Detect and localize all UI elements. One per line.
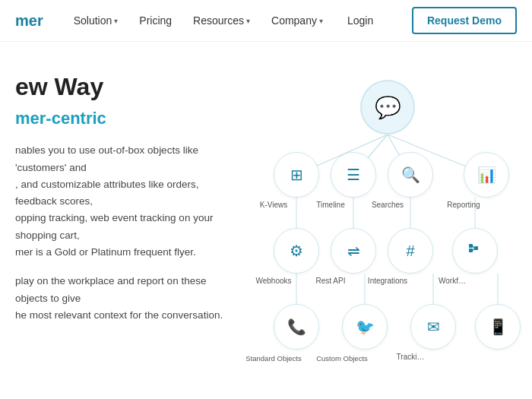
svg-line-16 bbox=[473, 249, 474, 250]
workflow-icon bbox=[467, 242, 483, 260]
integrations-circle: # bbox=[388, 228, 433, 274]
tracking-circle: ✉ bbox=[410, 304, 456, 350]
navbar: mer Solution ▾ Pricing Resources ▾ Compa… bbox=[0, 0, 532, 42]
timeline-label: Timeline bbox=[316, 201, 344, 209]
nav-company[interactable]: Company ▾ bbox=[264, 10, 331, 31]
kviews-label: K-Views bbox=[260, 201, 288, 209]
standard-objects-label: Standard Objects bbox=[245, 354, 301, 363]
standard-objects-circle: 📞 bbox=[274, 304, 319, 350]
nav-items: Solution ▾ Pricing Resources ▾ Company ▾… bbox=[66, 10, 412, 31]
chevron-down-icon: ▾ bbox=[114, 17, 118, 25]
reporting-icon: 📊 bbox=[477, 167, 496, 182]
reporting-label: Reporting bbox=[447, 201, 480, 209]
reporting-circle: 📊 bbox=[464, 152, 509, 198]
svg-rect-12 bbox=[469, 244, 473, 248]
integrations-label: Integrations bbox=[368, 277, 407, 285]
svg-rect-13 bbox=[469, 249, 473, 252]
timeline-circle: ☰ bbox=[331, 152, 376, 198]
request-demo-button[interactable]: Request Demo bbox=[412, 7, 517, 34]
workflow-circle bbox=[452, 228, 498, 274]
hero-title: ew Way bbox=[15, 72, 236, 101]
restapi-label: Rest API bbox=[316, 277, 346, 285]
chevron-down-icon: ▾ bbox=[246, 17, 250, 25]
kviews-circle: ⊞ bbox=[274, 152, 319, 198]
main-content: ew Way mer-centric nables you to use out… bbox=[0, 42, 532, 399]
tracking-icon: ✉ bbox=[427, 319, 440, 334]
tracking-label: Tracki… bbox=[397, 353, 425, 361]
restapi-icon: ⇌ bbox=[347, 243, 360, 258]
nav-pricing[interactable]: Pricing bbox=[131, 10, 179, 31]
chevron-down-icon: ▾ bbox=[319, 17, 323, 25]
svg-rect-14 bbox=[474, 246, 478, 250]
nav-solution[interactable]: Solution ▾ bbox=[66, 10, 126, 31]
webhooks-circle: ⚙ bbox=[274, 228, 319, 274]
timeline-icon: ☰ bbox=[347, 167, 360, 182]
searches-label: Searches bbox=[372, 201, 404, 209]
svg-line-15 bbox=[473, 245, 474, 248]
feature-diagram: 💬 ⊞ K-Views ☰ Timeline 🔍 Searches bbox=[258, 72, 517, 384]
chat-icon: 💬 bbox=[375, 95, 401, 120]
hero-body1: nables you to use out-of-box objects lik… bbox=[15, 142, 236, 261]
searches-icon: 🔍 bbox=[401, 167, 420, 182]
searches-circle: 🔍 bbox=[388, 152, 433, 198]
webhooks-icon: ⚙ bbox=[290, 243, 303, 258]
custom-objects-circle: 🐦 bbox=[342, 304, 388, 350]
hero-subtitle: mer-centric bbox=[15, 109, 236, 128]
hero-left: ew Way mer-centric nables you to use out… bbox=[15, 72, 236, 384]
center-logo-circle: 💬 bbox=[360, 80, 415, 135]
nav-login[interactable]: Login bbox=[337, 10, 384, 31]
nav-resources[interactable]: Resources ▾ bbox=[185, 10, 258, 31]
mobile-icon: 📱 bbox=[489, 319, 508, 334]
integrations-icon: # bbox=[406, 243, 414, 258]
hero-body2: play on the workplace and report on thes… bbox=[15, 273, 236, 324]
restapi-circle: ⇌ bbox=[331, 228, 376, 274]
mobile-circle: 📱 bbox=[475, 304, 521, 350]
diagram-container: 💬 ⊞ K-Views ☰ Timeline 🔍 Searches bbox=[258, 72, 517, 399]
logo: mer bbox=[15, 12, 43, 30]
kviews-icon: ⊞ bbox=[290, 167, 303, 182]
standard-objects-icon: 📞 bbox=[287, 319, 306, 334]
custom-objects-icon: 🐦 bbox=[356, 319, 375, 334]
webhooks-label: Webhooks bbox=[255, 277, 291, 285]
workflow-label: Workf… bbox=[439, 277, 466, 285]
custom-objects-label: Custom Objects bbox=[316, 354, 368, 363]
